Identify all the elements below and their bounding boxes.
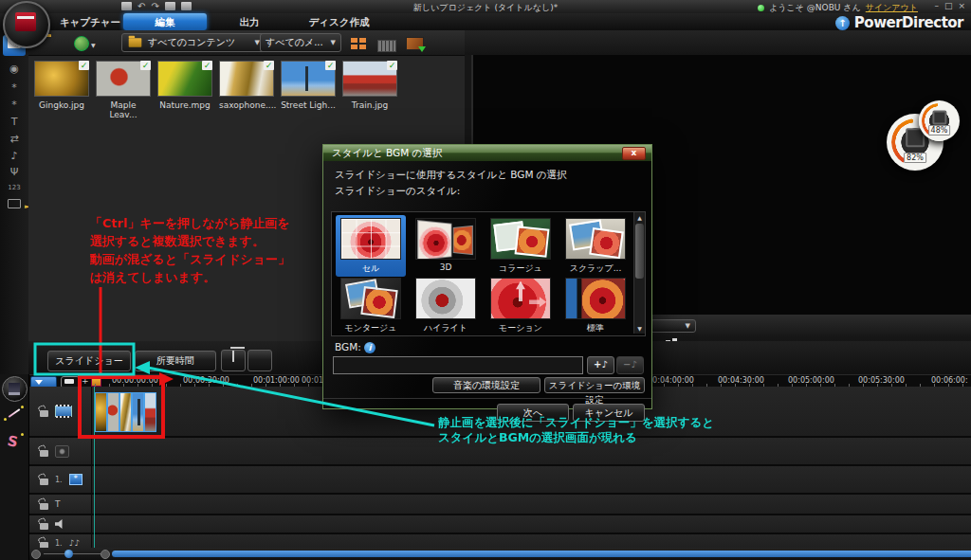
style-option-montage[interactable]: モンタージュ	[336, 275, 406, 336]
audio-mix-room-button[interactable]: ♪	[3, 148, 26, 164]
title-track-icon: T	[55, 499, 61, 509]
dialog-close-button[interactable]: x	[622, 147, 646, 160]
zoom-in-button[interactable]	[101, 550, 110, 559]
zoom-out-button[interactable]	[31, 550, 41, 559]
media-item[interactable]: ✓ Gingko.jpg	[34, 61, 89, 119]
style-option-collage[interactable]: コラージュ	[486, 215, 556, 277]
close-button[interactable]: ×	[958, 1, 965, 10]
tab-create-disc[interactable]: ディスク作成	[294, 13, 384, 30]
unlock-icon[interactable]	[40, 479, 48, 485]
media-item[interactable]: ✓ Nature.mpg	[157, 61, 212, 119]
delete-button[interactable]	[221, 350, 246, 371]
chapter-room-button[interactable]: 123	[3, 180, 26, 196]
effect-room-button[interactable]: ◉	[3, 61, 26, 77]
duration-button[interactable]: 所要時間	[135, 351, 216, 371]
ruler-label: 00:04:00:00	[648, 376, 694, 385]
dialog-title-bar[interactable]: スタイルと BGM の選択	[323, 145, 651, 161]
style-option-highlight[interactable]: ハイライト	[411, 275, 481, 336]
title-room-button[interactable]: T	[3, 114, 26, 130]
horizontal-scrollbar[interactable]	[112, 551, 971, 557]
remove-bgm-button[interactable]: −♪	[616, 356, 644, 374]
app-logo-icon[interactable]	[3, 1, 50, 48]
effect-track-row[interactable]	[28, 438, 971, 466]
pip-room-button[interactable]: *	[3, 80, 26, 96]
style-option-motion[interactable]: モーション	[486, 275, 556, 336]
media-type-dropdown[interactable]: すべてのメ... ▼	[260, 33, 341, 52]
magic-style-icon[interactable]: S	[6, 432, 19, 451]
unlock-icon[interactable]	[40, 410, 48, 417]
effect-track-header[interactable]	[28, 438, 92, 464]
zoom-slider-thumb[interactable]	[64, 550, 73, 558]
music-preferences-button[interactable]: 音楽の環境設定	[432, 377, 540, 393]
pip-track-row[interactable]: 1. *	[28, 466, 971, 495]
keys-button[interactable]	[377, 38, 396, 56]
add-track-icon[interactable]: +	[82, 376, 89, 386]
slideshow-preferences-button[interactable]: スライドショーの環境設定	[544, 377, 645, 393]
playhead-line[interactable]	[94, 387, 95, 548]
timeline-clip[interactable]	[132, 392, 144, 432]
redo-icon[interactable]: ↷	[151, 2, 158, 10]
content-filter-dropdown[interactable]: すべてのコンテンツ ▼	[121, 33, 266, 52]
sort-view-button[interactable]	[351, 36, 366, 54]
style-option-3d[interactable]: 3D	[411, 215, 481, 277]
style-label: セル	[336, 262, 406, 275]
tab-capture[interactable]: キャプチャー	[47, 13, 133, 30]
subtitle-room-button[interactable]	[3, 197, 26, 213]
styles-row: セル 3D コラージュ スクラップ...	[336, 215, 631, 277]
styles-row: モンタージュ ハイライト モーション 標準	[336, 275, 631, 336]
title-track-row[interactable]: T	[28, 495, 971, 515]
undo-icon[interactable]: ↶	[137, 2, 145, 10]
magic-wand-icon[interactable]	[9, 408, 21, 418]
quality-dropdown[interactable]: ▼	[650, 319, 696, 333]
tab-edit[interactable]: 編集	[123, 13, 207, 30]
cancel-button[interactable]: キャンセル	[573, 404, 645, 422]
particle-room-button[interactable]: *	[3, 97, 26, 113]
slideshow-button[interactable]: スライドショー	[47, 351, 131, 371]
voice-track-row[interactable]	[28, 515, 971, 534]
scroll-up-icon[interactable]: ▲	[634, 212, 645, 223]
tab-produce[interactable]: 出力	[216, 13, 283, 30]
track-manager-button[interactable]	[247, 350, 272, 371]
scroll-down-icon[interactable]: ▼	[634, 323, 645, 334]
unlock-icon[interactable]	[40, 450, 48, 457]
media-item[interactable]: ✓ Train.jpg	[342, 61, 397, 119]
style-option-scrapbook[interactable]: スクラップ...	[560, 215, 631, 277]
media-item[interactable]: ✓ Maple Leav...	[96, 61, 151, 119]
unlock-icon[interactable]	[40, 523, 48, 530]
media-item[interactable]: ✓ saxophone....	[219, 61, 274, 119]
minimize-button[interactable]: –	[934, 1, 939, 10]
title-track-header[interactable]: T	[28, 495, 92, 514]
video-track-icon	[55, 406, 72, 417]
next-button[interactable]: 次へ	[497, 404, 569, 422]
pip-track-header[interactable]: 1. *	[28, 466, 92, 493]
mode-tabs: キャプチャー 編集 出力 ディスク作成	[0, 13, 971, 31]
bgm-file-input[interactable]	[333, 356, 583, 374]
timeline-clip[interactable]	[119, 392, 132, 432]
add-bgm-button[interactable]: +♪	[587, 356, 614, 374]
styles-scrollbar[interactable]: ▲ ▼	[633, 212, 645, 334]
style-thumbnail	[565, 218, 626, 260]
unlock-icon[interactable]	[40, 503, 48, 510]
scrollbar-thumb[interactable]	[635, 224, 644, 279]
style-option-cell[interactable]: セル	[336, 215, 406, 277]
transition-room-button[interactable]: ⇄	[3, 131, 26, 147]
timeline-clip[interactable]	[144, 392, 156, 432]
timeline-clip[interactable]	[107, 392, 119, 432]
restore-button[interactable]: □	[944, 1, 953, 10]
download-media-button[interactable]: ▼	[74, 36, 96, 51]
video-track-header[interactable]	[28, 387, 92, 436]
new-project-icon[interactable]	[165, 2, 175, 10]
import-photo-button[interactable]	[406, 36, 424, 54]
magic-movie-wizard-icon[interactable]	[2, 376, 27, 402]
track-number: 1.	[55, 539, 63, 548]
media-item[interactable]: ✓ Street Ligh...	[281, 61, 336, 119]
timeline-clip[interactable]	[95, 392, 107, 432]
open-project-icon[interactable]	[181, 2, 192, 10]
ruler-label: 00:00:00:00	[112, 376, 158, 385]
style-option-standard[interactable]: 標準	[560, 275, 631, 336]
voice-track-header[interactable]	[28, 515, 92, 533]
preview-header-band	[465, 30, 971, 55]
voiceover-room-button[interactable]: Ψ	[3, 164, 26, 180]
ruler-label: 00:01:00:00	[253, 376, 300, 385]
save-icon[interactable]	[121, 2, 132, 10]
